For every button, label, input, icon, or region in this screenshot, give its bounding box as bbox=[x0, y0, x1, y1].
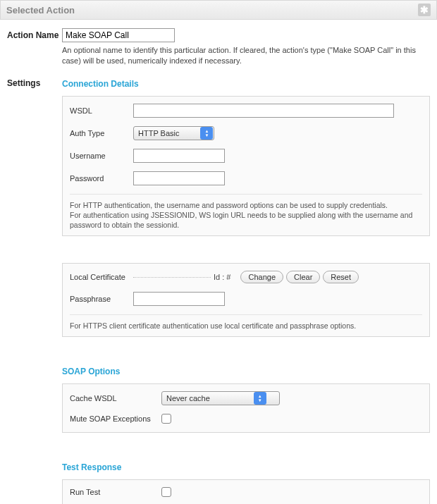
certificate-panel: Local Certificate Id : # Change Clear Re… bbox=[62, 263, 430, 337]
change-button[interactable]: Change bbox=[240, 271, 283, 283]
connection-details-title: Connection Details bbox=[62, 79, 430, 89]
test-response-title: Test Response bbox=[62, 462, 430, 472]
soap-options-title: SOAP Options bbox=[62, 367, 430, 376]
passphrase-input[interactable] bbox=[133, 292, 225, 306]
passphrase-label: Passphrase bbox=[70, 295, 133, 303]
action-name-hint: An optional name to identify this partic… bbox=[62, 45, 430, 66]
select-arrows-icon: ▲▼ bbox=[254, 392, 266, 405]
cert-id-prefix: Id : # bbox=[214, 273, 230, 281]
soap-options-panel: Cache WSDL Never cache ▲▼ Mute SOAP Exce… bbox=[62, 383, 430, 433]
settings-label: Settings bbox=[7, 76, 62, 504]
local-cert-label: Local Certificate bbox=[70, 273, 133, 281]
reset-button[interactable]: Reset bbox=[323, 271, 359, 283]
mute-exceptions-checkbox[interactable] bbox=[161, 414, 171, 424]
auth-note-line2: For authentication using JSESSIONID, WS … bbox=[70, 211, 412, 229]
password-input[interactable] bbox=[133, 171, 225, 185]
cache-wsdl-select[interactable]: Never cache ▲▼ bbox=[161, 391, 280, 405]
star-icon[interactable]: ✱ bbox=[418, 4, 431, 16]
select-arrows-icon: ▲▼ bbox=[200, 127, 213, 140]
panel-header: Selected Action ✱ bbox=[0, 0, 437, 20]
wsdl-label: WSDL bbox=[70, 106, 133, 115]
cert-id-value bbox=[133, 277, 211, 278]
wsdl-input[interactable] bbox=[133, 104, 394, 118]
run-test-label: Run Test bbox=[70, 488, 161, 496]
cache-wsdl-value: Never cache bbox=[166, 394, 254, 402]
username-input[interactable] bbox=[133, 149, 225, 163]
auth-type-value: HTTP Basic bbox=[138, 129, 200, 137]
action-name-input[interactable] bbox=[62, 28, 175, 42]
test-response-panel: Run Test The test will be based on the r… bbox=[62, 479, 430, 504]
auth-type-select[interactable]: HTTP Basic ▲▼ bbox=[133, 126, 214, 140]
username-label: Username bbox=[70, 152, 133, 160]
mute-exceptions-label: Mute SOAP Exceptions bbox=[70, 414, 161, 423]
password-label: Password bbox=[70, 174, 133, 183]
run-test-checkbox[interactable] bbox=[161, 487, 171, 497]
auth-note-line1: For HTTP authentication, the username an… bbox=[70, 201, 388, 209]
connection-panel: WSDL Auth Type HTTP Basic ▲▼ Username Pa… bbox=[62, 96, 430, 237]
panel-title: Selected Action bbox=[6, 5, 75, 16]
auth-type-label: Auth Type bbox=[70, 129, 133, 137]
clear-button[interactable]: Clear bbox=[286, 271, 320, 283]
action-name-label: Action Name bbox=[7, 28, 62, 66]
cache-wsdl-label: Cache WSDL bbox=[70, 394, 161, 402]
auth-note: For HTTP authentication, the username an… bbox=[70, 194, 422, 231]
cert-note: For HTTPS client certificate authenticat… bbox=[70, 314, 422, 331]
